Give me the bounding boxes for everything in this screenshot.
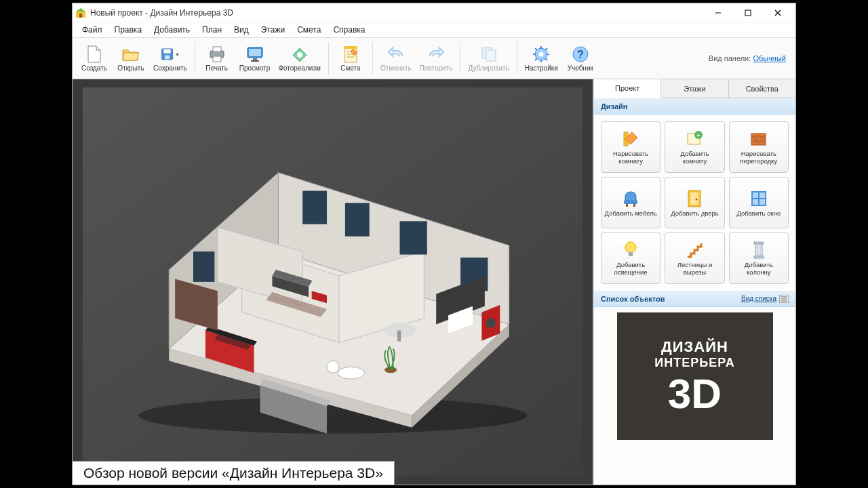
add-door-button[interactable]: Добавить дверь	[665, 177, 724, 228]
panel-mode-link[interactable]: Обычный	[753, 54, 786, 62]
svg-marker-1	[76, 8, 85, 12]
svg-rect-83	[633, 204, 635, 207]
stairs-icon	[684, 240, 705, 260]
svg-rect-16	[251, 60, 259, 62]
maximize-button[interactable]	[733, 3, 763, 22]
svg-point-86	[696, 198, 698, 200]
door-icon	[684, 188, 705, 209]
redo-icon	[427, 45, 446, 64]
floorplan-3d	[83, 87, 582, 476]
draw-room-button[interactable]: Нарисовать комнату	[601, 121, 660, 173]
chevron-down-icon: ▼	[175, 52, 180, 57]
house-model	[113, 130, 553, 434]
printer-icon	[208, 45, 226, 64]
settings-button[interactable]: Настройки	[521, 43, 561, 74]
monitor-icon	[245, 45, 264, 64]
svg-rect-96	[755, 244, 762, 256]
room-plus-icon: +	[684, 129, 705, 149]
file-new-icon	[85, 45, 104, 64]
menu-file[interactable]: Файл	[77, 24, 108, 36]
estimate-button[interactable]: Смета	[333, 43, 368, 74]
panel-mode-label: Вид панели: Обычный	[709, 54, 791, 62]
svg-rect-8	[163, 49, 170, 54]
app-window: Новый проект - Дизайн Интерьера 3D Файл …	[72, 3, 796, 485]
preview-button[interactable]: Просмотр	[236, 43, 274, 74]
svg-text:+: +	[697, 131, 701, 139]
svg-rect-50	[193, 251, 214, 282]
window-icon	[749, 188, 769, 209]
svg-point-61	[327, 361, 339, 373]
create-button[interactable]: Создать	[77, 43, 112, 74]
photoreal-button[interactable]: Фотореализм	[275, 43, 324, 74]
svg-line-31	[535, 48, 537, 50]
notepad-icon	[341, 45, 360, 64]
list-view-link[interactable]: Вид списка	[741, 295, 776, 302]
add-room-button[interactable]: + Добавить комнату	[665, 121, 724, 173]
side-panel: Проект Этажи Свойства Дизайн Нарисовать …	[593, 79, 795, 485]
close-button[interactable]	[763, 3, 793, 22]
armchair-icon	[620, 188, 641, 209]
svg-rect-85	[690, 192, 698, 205]
svg-rect-19	[344, 46, 357, 49]
save-icon: ▼	[161, 45, 180, 64]
menu-estimate[interactable]: Смета	[292, 24, 326, 36]
svg-rect-12	[213, 56, 221, 62]
tab-project[interactable]: Проект	[594, 79, 661, 98]
svg-rect-75	[759, 134, 766, 137]
svg-line-34	[535, 58, 537, 60]
menu-plan[interactable]: План	[197, 24, 227, 36]
redo-button[interactable]: Повторить	[416, 43, 456, 74]
stairs-cutouts-button[interactable]: Лестницы и вырезы	[665, 232, 724, 284]
tab-floors[interactable]: Этажи	[661, 79, 728, 98]
menu-edit[interactable]: Правка	[109, 24, 148, 36]
help-icon: ?	[571, 45, 590, 64]
undo-button[interactable]: Отменить	[377, 43, 415, 74]
menubar: Файл Правка Добавить План Вид Этажи Смет…	[73, 22, 795, 37]
list-view-icon[interactable]	[779, 295, 789, 303]
svg-rect-99	[754, 256, 764, 258]
add-column-button[interactable]: Добавить колонну	[729, 232, 789, 284]
print-button[interactable]: Печать	[199, 43, 235, 74]
svg-rect-14	[249, 49, 261, 56]
open-button[interactable]: Открыть	[113, 43, 149, 74]
svg-rect-48	[399, 221, 427, 254]
add-furniture-button[interactable]: Добавить мебель	[601, 177, 660, 228]
undo-icon	[387, 45, 406, 64]
svg-rect-78	[764, 138, 766, 141]
menu-floors[interactable]: Этажи	[256, 24, 290, 36]
svg-rect-2	[79, 14, 82, 18]
menu-help[interactable]: Справка	[328, 24, 370, 36]
duplicate-button[interactable]: Дублировать	[465, 43, 512, 74]
side-tabs: Проект Этажи Свойства	[594, 79, 795, 98]
svg-line-33	[545, 48, 547, 50]
design-grid: Нарисовать комнату + Добавить комнату На…	[594, 115, 795, 291]
save-button[interactable]: ▼ Сохранить	[150, 43, 191, 74]
svg-rect-82	[626, 204, 628, 207]
svg-rect-80	[759, 142, 766, 145]
add-window-button[interactable]: Добавить окно	[729, 177, 789, 228]
viewport-3d[interactable]	[73, 79, 593, 485]
folder-open-icon	[121, 45, 140, 64]
window-title: Новый проект - Дизайн Интерьера 3D	[90, 8, 703, 18]
column-icon	[749, 240, 769, 260]
svg-rect-79	[751, 142, 758, 145]
tab-properties[interactable]: Свойства	[729, 79, 795, 98]
svg-rect-24	[486, 50, 496, 61]
tutorial-button[interactable]: ? Учебник	[563, 43, 598, 74]
titlebar: Новый проект - Дизайн Интерьера 3D	[73, 3, 795, 22]
draw-partition-button[interactable]: Нарисовать перегородку	[729, 121, 789, 173]
menu-add[interactable]: Добавить	[149, 24, 195, 36]
menu-view[interactable]: Вид	[229, 24, 254, 36]
video-caption: Обзор новой версии «Дизайн Интерьера 3D»	[72, 461, 395, 485]
object-list: ДИЗАЙН ИНТЕРЬЕРА 3D	[594, 307, 795, 485]
svg-rect-47	[344, 203, 369, 237]
svg-point-60	[338, 367, 364, 379]
svg-text:?: ?	[577, 49, 584, 60]
svg-point-59	[486, 319, 495, 328]
svg-point-17	[297, 52, 302, 58]
add-lighting-button[interactable]: Добавить освещение	[601, 232, 660, 284]
minimize-button[interactable]	[703, 3, 733, 22]
svg-rect-74	[751, 134, 758, 137]
svg-rect-11	[213, 47, 221, 52]
svg-rect-91	[629, 252, 633, 256]
